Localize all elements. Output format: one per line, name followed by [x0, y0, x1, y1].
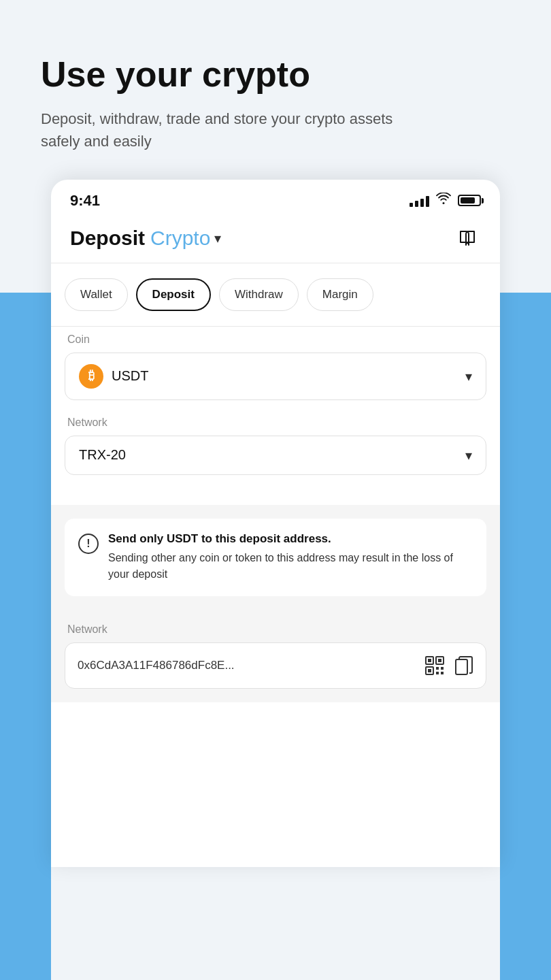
coin-chevron-icon: ▾: [465, 368, 472, 385]
warning-box: ! Send only USDT to this deposit address…: [65, 519, 486, 596]
svg-rect-7: [441, 667, 444, 670]
address-box: 0x6CdA3A11F486786dFc8E...: [65, 642, 486, 689]
coin-select[interactable]: ₿ USDT ▾: [65, 353, 486, 400]
status-icons: [410, 193, 481, 208]
warning-title: Send only USDT to this deposit address.: [108, 532, 473, 546]
network-select[interactable]: TRX-20 ▾: [65, 436, 486, 475]
tab-withdraw[interactable]: Withdraw: [219, 278, 299, 311]
signal-bars-icon: [410, 195, 429, 207]
form-section: Coin ₿ USDT ▾ Network TRX-20 ▾: [51, 327, 500, 505]
tab-deposit[interactable]: Deposit: [136, 278, 211, 311]
svg-rect-3: [438, 659, 441, 662]
tab-margin[interactable]: Margin: [307, 278, 373, 311]
tabs-section: Wallet Deposit Withdraw Margin: [51, 263, 500, 326]
battery-icon: [458, 195, 481, 206]
page-subtitle: Deposit, withdraw, trade and store your …: [41, 108, 435, 152]
page-title: Use your crypto: [41, 54, 510, 95]
header-crypto-label: Crypto: [150, 227, 210, 249]
coin-icon: ₿: [79, 364, 103, 389]
warning-icon: !: [78, 534, 99, 554]
warning-body: Sending other any coin or token to this …: [108, 550, 473, 583]
coin-label: Coin: [67, 333, 486, 346]
status-bar: 9:41: [51, 180, 500, 216]
blue-right-bar: [500, 293, 551, 980]
svg-rect-10: [456, 659, 467, 674]
hero-section: Use your crypto Deposit, withdraw, trade…: [0, 0, 551, 180]
address-value: 0x6CdA3A11F486786dFc8E...: [78, 659, 423, 672]
address-section: Network 0x6CdA3A11F486786dFc8E...: [51, 610, 500, 702]
svg-rect-1: [428, 659, 431, 662]
blue-left-bar: [0, 293, 51, 980]
network-value: TRX-20: [79, 447, 126, 463]
network-chevron-icon: ▾: [465, 447, 472, 463]
tab-wallet[interactable]: Wallet: [65, 278, 128, 311]
phone-header: Deposit Crypto ▾: [51, 216, 500, 263]
svg-rect-6: [436, 667, 439, 670]
warning-section: ! Send only USDT to this deposit address…: [51, 505, 500, 610]
svg-rect-5: [428, 669, 431, 672]
header-deposit-label: Deposit: [70, 227, 145, 250]
coin-value: USDT: [112, 368, 148, 384]
svg-rect-9: [441, 672, 444, 674]
status-time: 9:41: [70, 192, 100, 210]
phone-frame: 9:41 Deposit: [51, 180, 500, 867]
wifi-icon: [436, 193, 451, 208]
copy-icon[interactable]: [454, 656, 473, 675]
svg-rect-8: [436, 672, 439, 674]
address-network-label: Network: [67, 623, 486, 636]
qr-icon[interactable]: [423, 654, 446, 677]
tabs-row: Wallet Deposit Withdraw Margin: [65, 278, 486, 311]
header-chevron-icon[interactable]: ▾: [214, 230, 221, 246]
network-label: Network: [67, 416, 486, 429]
book-icon[interactable]: [454, 225, 481, 252]
